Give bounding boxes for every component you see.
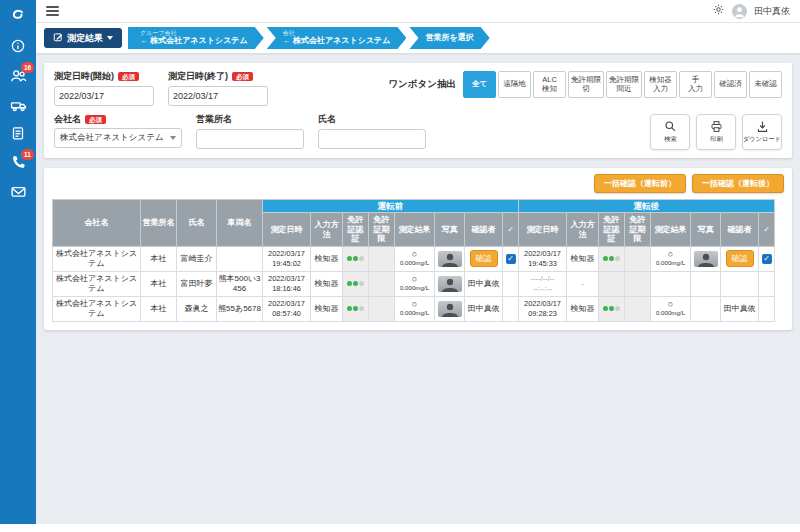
before-photo-thumb[interactable] <box>438 301 462 317</box>
vehicle-icon[interactable] <box>9 95 27 113</box>
download-icon <box>756 120 769 133</box>
company-label: 会社名 <box>54 113 81 126</box>
before-photo-cell <box>435 271 465 296</box>
user-avatar[interactable] <box>732 4 747 19</box>
col-name: 氏名 <box>177 200 217 247</box>
company-field: 会社名 必須 株式会社アネストシステム <box>54 114 182 148</box>
date-start-input[interactable] <box>54 86 154 106</box>
results-card: 一括確認（運転前） 一括確認（運転後） 会社名 営業所名 氏名 <box>44 168 792 330</box>
before-confirmer-cell: 田中真依 <box>465 271 503 296</box>
topbar: 田中真依 <box>36 0 800 23</box>
search-button[interactable]: 検索 <box>650 114 690 150</box>
users-icon[interactable]: 16 <box>9 66 27 84</box>
filter-chip-8[interactable]: 確認済 <box>714 71 747 98</box>
after-datetime-cell: 2022/03/1719:45:33 <box>519 246 567 271</box>
menu-icon[interactable] <box>46 6 59 16</box>
required-badge: 必須 <box>118 72 139 82</box>
col-company: 会社名 <box>53 200 141 247</box>
before-photo-thumb[interactable] <box>438 276 462 292</box>
filter-chip-3[interactable]: ALC 検知 <box>533 71 566 98</box>
after-datetime-cell: ----/--/----:--:-- <box>519 271 567 296</box>
gear-icon[interactable] <box>712 2 725 20</box>
table-row: 株式会社アネストシステム本社森眞之熊55あ56782022/03/1708:57… <box>53 296 775 321</box>
after-result-cell: ○0.000mg/L <box>651 246 691 271</box>
before-check-cell: ✓ <box>503 246 519 271</box>
office-cell: 本社 <box>141 296 177 321</box>
office-cell: 本社 <box>141 246 177 271</box>
filter-chip-9[interactable]: 未確認 <box>749 71 782 98</box>
before-confirm-button[interactable]: 確認 <box>470 250 498 267</box>
breadcrumb-level-label: グループ会社 <box>140 30 248 37</box>
app-screen: 16 11 田中真依 <box>0 0 800 532</box>
phone-icon[interactable]: 11 <box>9 153 27 171</box>
before-row-checkbox[interactable]: ✓ <box>506 254 516 264</box>
after-result-cell: ○0.000mg/L <box>651 296 691 321</box>
after-license-auth-cell <box>599 296 625 321</box>
after-confirmer-cell: 田中真依 <box>721 296 759 321</box>
after-row-checkbox[interactable]: ✓ <box>762 254 772 264</box>
filter-chip-1[interactable]: 全て <box>463 71 496 98</box>
mail-icon[interactable] <box>9 182 27 200</box>
check-icon: ✓ <box>759 213 775 247</box>
after-license-auth-cell <box>599 271 625 296</box>
col-after-photo: 写真 <box>691 213 721 247</box>
date-start-label: 測定日時(開始) <box>54 70 114 83</box>
name-cell: 富田叶夢 <box>177 271 217 296</box>
after-confirm-button[interactable]: 確認 <box>726 250 754 267</box>
name-label: 氏名 <box>318 113 336 126</box>
name-input[interactable] <box>318 129 426 149</box>
filter-chip-5[interactable]: 免許期限 間近 <box>606 71 642 98</box>
before-confirmer-cell: 確認 <box>465 246 503 271</box>
edit-icon <box>53 32 63 44</box>
sidebar: 16 11 <box>0 0 36 524</box>
company-select[interactable]: 株式会社アネストシステム <box>54 128 182 148</box>
batch-confirm-before-button[interactable]: 一括確認（運転前） <box>594 174 686 193</box>
info-icon[interactable] <box>9 37 27 55</box>
before-photo-cell <box>435 296 465 321</box>
filter-chip-4[interactable]: 免許期限 切 <box>568 71 604 98</box>
filter-chip-2[interactable]: 遠隔地 <box>498 71 531 98</box>
one-button-label: ワンボタン抽出 <box>388 78 456 91</box>
print-button[interactable]: 印刷 <box>696 114 736 150</box>
office-input[interactable] <box>196 129 304 149</box>
table-row: 株式会社アネストシステム本社富崎圭介2022/03/1719:45:02検知器○… <box>53 246 775 271</box>
before-result-cell: ○0.000mg/L <box>395 271 435 296</box>
before-license-auth-cell <box>343 271 369 296</box>
table-row: 株式会社アネストシステム本社富田叶夢熊本500い34562022/03/1718… <box>53 271 775 296</box>
breadcrumb-item-label: 営業所を選択 <box>425 33 473 43</box>
col-before-method: 入力方法 <box>311 213 343 247</box>
before-datetime-cell: 2022/03/1708:57:40 <box>263 296 311 321</box>
before-photo-cell <box>435 246 465 271</box>
after-result-cell <box>651 271 691 296</box>
col-after-license-auth: 免許証認証 <box>599 213 625 247</box>
after-photo-cell <box>691 296 721 321</box>
col-after-result: 測定結果 <box>651 213 691 247</box>
before-photo-thumb[interactable] <box>438 251 462 267</box>
col-before-confirmer: 確認者 <box>465 213 503 247</box>
download-button[interactable]: ダウンロード <box>742 114 782 150</box>
breadcrumb-item-3[interactable]: 営業所を選択 <box>409 27 489 49</box>
after-confirmer-cell <box>721 271 759 296</box>
measurement-report-icon[interactable] <box>9 124 27 142</box>
batch-confirm-after-button[interactable]: 一括確認（運転後） <box>692 174 784 193</box>
breadcrumb-item-label: ← 株式会社アネストシステム <box>140 36 248 46</box>
users-badge: 16 <box>21 62 34 73</box>
vehicle-cell <box>217 246 263 271</box>
before-license-exp-cell <box>369 271 395 296</box>
download-button-label: ダウンロード <box>743 135 781 144</box>
before-result-cell: ○0.000mg/L <box>395 296 435 321</box>
office-label: 営業所名 <box>196 113 232 126</box>
caret-down-icon <box>107 36 113 40</box>
measurement-menu-button[interactable]: 測定結果 <box>44 28 122 48</box>
breadcrumb-item-1[interactable]: グループ会社← 株式会社アネストシステム <box>128 27 264 49</box>
breadcrumb-item-2[interactable]: 会社← 株式会社アネストシステム <box>267 27 407 49</box>
filter-chip-6[interactable]: 検知器 入力 <box>644 71 677 98</box>
date-end-input[interactable] <box>168 86 268 106</box>
col-before-result: 測定結果 <box>395 213 435 247</box>
col-before-photo: 写真 <box>435 213 465 247</box>
col-before-datetime: 測定日時 <box>263 213 311 247</box>
office-field: 営業所名 <box>196 114 304 149</box>
filter-chip-7[interactable]: 手 入力 <box>679 71 712 98</box>
breadcrumb: 測定結果 グループ会社← 株式会社アネストシステム会社← 株式会社アネストシステ… <box>36 23 800 53</box>
after-photo-thumb[interactable] <box>694 251 718 267</box>
